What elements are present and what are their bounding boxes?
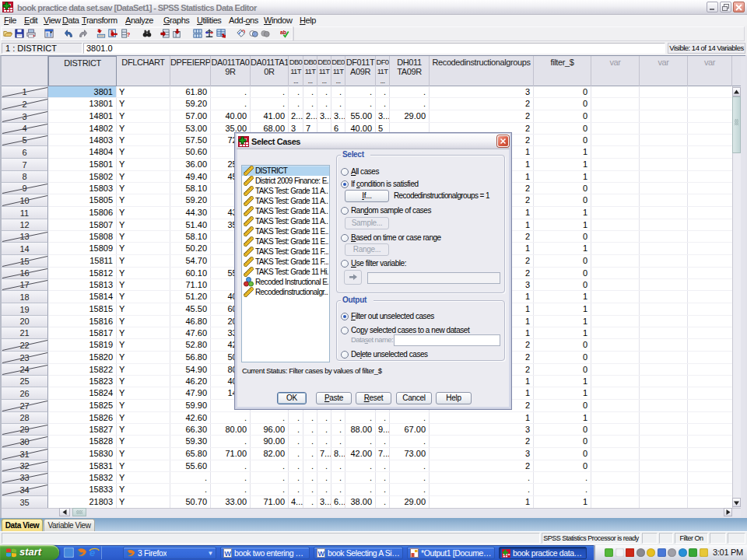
svg-text:ab: ab [280, 30, 286, 35]
svg-text:W: W [318, 550, 325, 558]
svg-text:W: W [225, 550, 232, 558]
svg-text:?: ? [127, 31, 130, 38]
